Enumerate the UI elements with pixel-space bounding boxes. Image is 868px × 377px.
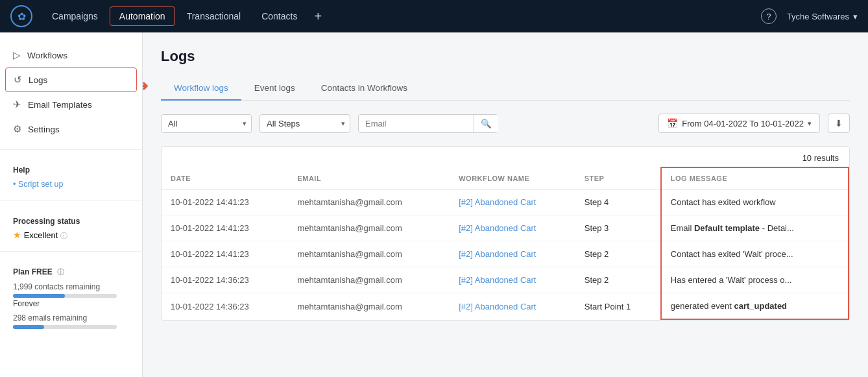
layout: ▷ Workflows ↺ Logs ✈ Email Templates ⚙ S… xyxy=(0,32,868,377)
nav-item-automation[interactable]: Automation xyxy=(110,6,175,26)
help-icon[interactable]: ? xyxy=(761,8,777,24)
download-button[interactable]: ⬇ xyxy=(828,114,850,133)
filters-bar: All All Steps 🔍 📅 From 04-01-2022 To 10-… xyxy=(161,114,850,133)
email-filter-wrapper: 🔍 xyxy=(358,114,498,133)
cell-email: mehtamtanisha@gmail.com xyxy=(288,241,450,267)
date-range-label: From 04-01-2022 To 10-01-2022 xyxy=(682,119,804,128)
sidebar-item-settings[interactable]: ⚙ Settings xyxy=(0,117,142,141)
tab-workflow-logs[interactable]: Workflow logs xyxy=(161,77,241,101)
col-header-email: EMAIL xyxy=(288,167,450,189)
cell-email: mehtamtanisha@gmail.com xyxy=(288,215,450,241)
logs-table: DATE EMAIL WORKFLOW NAME STEP LOG MESSAG… xyxy=(162,167,849,320)
nav-right: ? Tyche Softwares ▾ xyxy=(761,8,858,24)
sidebar-processing-value: ★ Excellent ⓘ xyxy=(13,230,129,241)
col-header-date: DATE xyxy=(162,167,288,189)
cell-step: Step 3 xyxy=(575,215,661,241)
cell-step: Step 2 xyxy=(575,267,661,293)
cell-workflow: [#2] Abandoned Cart xyxy=(450,215,575,241)
tabs-wrapper: ➔ Workflow logs Event logs Contacts in W… xyxy=(161,77,850,101)
sidebar-contacts-period: Forever xyxy=(13,299,129,308)
sidebar-plan-title: Plan FREE ⓘ xyxy=(13,267,129,277)
main-content: Logs ➔ Workflow logs Event logs Contacts… xyxy=(143,32,868,377)
cell-date: 10-01-2022 14:36:23 xyxy=(162,267,288,293)
cell-log-message: generated event cart_updated xyxy=(661,293,849,320)
cell-date: 10-01-2022 14:41:23 xyxy=(162,215,288,241)
table-row: 10-01-2022 14:41:23 mehtamtanisha@gmail.… xyxy=(162,241,849,267)
date-range-filter[interactable]: 📅 From 04-01-2022 To 10-01-2022 ▾ xyxy=(658,114,820,133)
processing-info-icon: ⓘ xyxy=(60,232,67,239)
sidebar-divider-3 xyxy=(0,251,142,252)
sidebar-item-settings-label: Settings xyxy=(28,125,60,134)
date-range-arrow: ▾ xyxy=(808,119,812,128)
email-search-button[interactable]: 🔍 xyxy=(474,115,498,132)
cell-step: Step 2 xyxy=(575,241,661,267)
sidebar-plan-section: Plan FREE ⓘ 1,999 contacts remaining For… xyxy=(0,260,142,333)
cell-workflow: [#2] Abandoned Cart xyxy=(450,241,575,267)
col-header-workflow-name: WORKFLOW NAME xyxy=(450,167,575,189)
contacts-progress-bar-inner xyxy=(13,294,65,298)
table-row: 10-01-2022 14:41:23 mehtamtanisha@gmail.… xyxy=(162,189,849,215)
nav-plus-button[interactable]: + xyxy=(309,9,327,24)
all-filter-select[interactable]: All xyxy=(161,114,252,133)
cell-log-message: Contact has exited workflow xyxy=(661,189,849,215)
table-header-row: DATE EMAIL WORKFLOW NAME STEP LOG MESSAG… xyxy=(162,167,849,189)
logs-icon: ↺ xyxy=(14,74,22,86)
star-icon: ★ xyxy=(13,230,21,240)
settings-icon: ⚙ xyxy=(13,123,21,135)
sidebar-item-email-templates-label: Email Templates xyxy=(28,100,92,110)
logo-icon[interactable]: ✿ xyxy=(10,5,32,27)
top-nav: ✿ Campaigns Automation Transactional Con… xyxy=(0,0,868,32)
table-row: 10-01-2022 14:36:23 mehtamtanisha@gmail.… xyxy=(162,293,849,320)
tabs-bar: Workflow logs Event logs Contacts in Wor… xyxy=(161,77,850,101)
results-count: 10 results xyxy=(162,147,849,167)
table-row: 10-01-2022 14:41:23 mehtamtanisha@gmail.… xyxy=(162,215,849,241)
user-menu[interactable]: Tyche Softwares ▾ xyxy=(787,12,858,21)
cell-email: mehtamtanisha@gmail.com xyxy=(288,267,450,293)
sidebar-script-setup-link[interactable]: Script set up xyxy=(13,178,129,190)
cell-workflow: [#2] Abandoned Cart xyxy=(450,189,575,215)
col-header-log-message: LOG MESSAGE xyxy=(661,167,849,189)
nav-item-contacts[interactable]: Contacts xyxy=(252,7,306,25)
sidebar-divider-1 xyxy=(0,149,142,150)
cell-log-message: Email Default template - Detai... xyxy=(661,215,849,241)
logs-table-container: 10 results DATE EMAIL WORKFLOW NAME STEP… xyxy=(161,146,850,321)
sidebar-item-workflows-label: Workflows xyxy=(27,51,67,60)
sidebar-contacts-remaining: 1,999 contacts remaining xyxy=(13,282,129,291)
steps-filter-select[interactable]: All Steps xyxy=(259,114,350,133)
email-templates-icon: ✈ xyxy=(13,99,21,110)
nav-item-transactional[interactable]: Transactional xyxy=(178,7,250,25)
processing-status-label: Excellent xyxy=(24,230,58,240)
plan-info-icon: ⓘ xyxy=(57,268,64,276)
cell-log-message: Contact has exited 'Wait' proce... xyxy=(661,241,849,267)
sidebar-processing-section: Processing status ★ Excellent ⓘ xyxy=(0,209,142,243)
emails-progress-bar-inner xyxy=(13,325,44,329)
contacts-progress-bar-outer xyxy=(13,294,117,298)
tab-contacts-in-workflows[interactable]: Contacts in Workflows xyxy=(308,77,420,101)
nav-items: Campaigns Automation Transactional Conta… xyxy=(43,6,761,26)
cell-date: 10-01-2022 14:41:23 xyxy=(162,241,288,267)
sidebar-processing-title: Processing status xyxy=(13,217,129,226)
user-menu-arrow: ▾ xyxy=(853,12,858,21)
cell-step: Step 4 xyxy=(575,189,661,215)
nav-item-campaigns[interactable]: Campaigns xyxy=(43,7,107,25)
steps-filter-wrapper: All Steps xyxy=(259,114,350,133)
sidebar-item-email-templates[interactable]: ✈ Email Templates xyxy=(0,92,142,117)
cell-email: mehtamtanisha@gmail.com xyxy=(288,293,450,320)
sidebar-item-logs[interactable]: ↺ Logs xyxy=(5,67,137,92)
sidebar-help-section: Help Script set up xyxy=(0,158,142,193)
all-filter-wrapper: All xyxy=(161,114,252,133)
user-name: Tyche Softwares xyxy=(787,12,849,21)
calendar-icon: 📅 xyxy=(667,118,678,128)
workflows-icon: ▷ xyxy=(13,49,21,61)
tab-event-logs[interactable]: Event logs xyxy=(241,77,308,101)
cell-date: 10-01-2022 14:41:23 xyxy=(162,189,288,215)
cell-date: 10-01-2022 14:36:23 xyxy=(162,293,288,320)
cell-workflow: [#2] Abandoned Cart xyxy=(450,267,575,293)
sidebar-emails-remaining: 298 emails remaining xyxy=(13,313,129,322)
arrow-indicator: ➔ xyxy=(143,78,148,95)
emails-progress-bar-outer xyxy=(13,325,117,329)
sidebar-divider-2 xyxy=(0,201,142,201)
cell-step: Start Point 1 xyxy=(575,293,661,320)
page-title: Logs xyxy=(161,48,850,65)
sidebar-item-workflows[interactable]: ▷ Workflows xyxy=(0,43,142,67)
